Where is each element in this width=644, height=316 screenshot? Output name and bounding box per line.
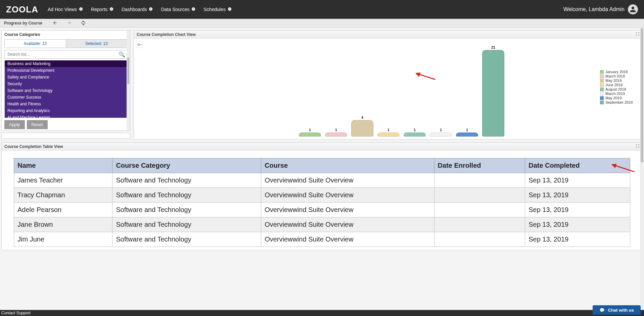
filter-spacer-panel bbox=[1, 133, 130, 139]
table-cell: Tracy Chapman bbox=[14, 188, 112, 203]
chart-bar[interactable]: 4 bbox=[351, 115, 373, 137]
expand-icon[interactable] bbox=[636, 32, 640, 37]
table-cell bbox=[434, 188, 525, 203]
menu-data-sources[interactable]: Data Sources bbox=[161, 7, 195, 12]
legend-item: May 2018 bbox=[600, 78, 640, 83]
column-header[interactable]: Name bbox=[14, 158, 112, 173]
filter-item[interactable]: Health and Fitness bbox=[5, 101, 127, 107]
table-cell: Sep 13, 2019 bbox=[525, 173, 630, 188]
table-cell: James Teacher bbox=[14, 173, 112, 188]
search-icon[interactable]: 🔍 bbox=[119, 51, 125, 58]
chat-widget-button[interactable]: 💬 Chat with us bbox=[593, 305, 641, 315]
table-row[interactable]: Jane BrownSoftware and TechnologyOvervie… bbox=[14, 217, 630, 232]
table-cell: Sep 13, 2019 bbox=[525, 188, 630, 203]
bar-value-label: 1 bbox=[387, 128, 389, 132]
chevron-down-icon bbox=[149, 7, 153, 12]
table-cell: Overviewwind Suite Overview bbox=[261, 188, 434, 203]
filter-tabs: Available: 13 Selected: 13 bbox=[4, 39, 127, 48]
column-header[interactable]: Course Category bbox=[112, 158, 261, 173]
table-cell bbox=[434, 203, 525, 217]
table-cell: Software and Technology bbox=[112, 232, 261, 247]
chat-widget-label: Chat with us bbox=[608, 308, 634, 313]
chart-bar[interactable]: 1 bbox=[325, 128, 347, 137]
table-cell bbox=[434, 173, 525, 188]
legend-item: June 2018 bbox=[600, 83, 640, 87]
bar-value-label: 4 bbox=[361, 115, 363, 119]
chevron-down-icon bbox=[109, 7, 113, 12]
page-scrollbar[interactable] bbox=[640, 28, 644, 310]
reset-undo-all-icon[interactable] bbox=[81, 20, 86, 27]
table-cell: Sep 13, 2019 bbox=[525, 203, 630, 217]
apply-button[interactable]: Apply bbox=[4, 120, 25, 129]
chart-panel-title: Course Completion Chart View bbox=[137, 32, 196, 37]
chevron-down-icon bbox=[191, 7, 195, 12]
table-cell: Overviewwind Suite Overview bbox=[261, 217, 434, 232]
chat-icon: 💬 bbox=[599, 308, 605, 313]
filter-search-input[interactable] bbox=[4, 50, 127, 59]
filter-item[interactable]: Software and Technology bbox=[5, 87, 127, 94]
chart-legend: January 2018March 2018May 2018June 2018A… bbox=[600, 69, 640, 105]
tab-available[interactable]: Available: 13 bbox=[5, 40, 66, 48]
chart-bar[interactable]: 1 bbox=[430, 128, 452, 137]
bar-value-label: 1 bbox=[309, 128, 311, 132]
chart-panel: Course Completion Chart View ⚙▾ 11411112… bbox=[134, 30, 643, 140]
report-toolbar: Progress by Course bbox=[0, 19, 644, 28]
chart-bar[interactable]: 1 bbox=[377, 128, 400, 137]
legend-item: March 2018 bbox=[600, 74, 640, 78]
bar-value-label: 1 bbox=[466, 128, 468, 132]
menu-dashboards[interactable]: Dashboards bbox=[122, 7, 153, 12]
legend-swatch-icon bbox=[600, 88, 604, 91]
menu-reports[interactable]: Reports bbox=[91, 7, 113, 12]
table-cell: Software and Technology bbox=[112, 173, 261, 188]
filter-item[interactable]: Safety and Compliance bbox=[5, 74, 127, 81]
chevron-down-icon bbox=[228, 7, 232, 12]
completion-table: NameCourse CategoryCourseDate EnrolledDa… bbox=[14, 158, 630, 247]
user-avatar-icon[interactable] bbox=[628, 4, 638, 14]
column-header[interactable]: Date Enrolled bbox=[434, 158, 525, 173]
filter-panel-title: Course Categories bbox=[2, 31, 130, 39]
undo-back-icon[interactable] bbox=[52, 20, 58, 27]
filter-item[interactable]: Security bbox=[5, 81, 127, 87]
table-cell: Jim June bbox=[14, 232, 112, 247]
bar-value-label: 1 bbox=[440, 128, 442, 132]
table-cell bbox=[434, 217, 525, 232]
legend-swatch-icon bbox=[600, 70, 604, 74]
legend-item: March 2019 bbox=[600, 92, 640, 96]
tab-selected[interactable]: Selected: 13 bbox=[66, 40, 127, 48]
filter-item[interactable]: Business and Marketing bbox=[5, 60, 127, 67]
table-row[interactable]: James TeacherSoftware and TechnologyOver… bbox=[14, 173, 630, 188]
filter-item[interactable]: Reporting and Analytics bbox=[5, 107, 127, 114]
filter-scrollbar[interactable] bbox=[127, 31, 130, 130]
legend-swatch-icon bbox=[600, 92, 604, 96]
bar-value-label: 21 bbox=[491, 45, 495, 49]
chart-bar[interactable]: 21 bbox=[482, 45, 504, 137]
filter-item[interactable]: Customer Success bbox=[5, 94, 127, 101]
legend-swatch-icon bbox=[600, 79, 604, 83]
table-cell: Software and Technology bbox=[112, 188, 261, 203]
legend-item: September 2019 bbox=[600, 100, 640, 104]
reset-button[interactable]: Reset bbox=[27, 120, 48, 129]
menu-ad-hoc-views[interactable]: Ad Hoc Views bbox=[48, 7, 83, 12]
filter-item[interactable]: Professional Development bbox=[5, 67, 127, 74]
table-cell: Software and Technology bbox=[112, 203, 261, 217]
expand-icon[interactable] bbox=[636, 144, 640, 149]
column-header[interactable]: Course bbox=[261, 158, 434, 173]
filter-item[interactable]: AI and Machine Learing bbox=[5, 114, 127, 118]
chart-bar[interactable]: 1 bbox=[404, 128, 426, 137]
contact-support-link[interactable]: Contact Support bbox=[1, 311, 31, 315]
footer-bar: Contact Support bbox=[0, 310, 644, 316]
redo-forward-icon[interactable] bbox=[66, 20, 72, 27]
legend-swatch-icon bbox=[600, 74, 604, 78]
filter-list: Business and MarketingProfessional Devel… bbox=[4, 60, 127, 118]
table-panel-title: Course Completion Table View bbox=[4, 144, 63, 149]
legend-item: August 2018 bbox=[600, 87, 640, 91]
table-row[interactable]: Adele PearsonSoftware and TechnologyOver… bbox=[14, 203, 630, 217]
table-cell: Overviewwind Suite Overview bbox=[261, 173, 434, 188]
legend-item: January 2018 bbox=[600, 70, 640, 74]
chart-bar[interactable]: 1 bbox=[456, 128, 478, 137]
top-navbar: ZOOLA Ad Hoc ViewsReportsDashboardsData … bbox=[0, 0, 644, 19]
menu-schedules[interactable]: Schedules bbox=[203, 7, 231, 12]
table-row[interactable]: Jim JuneSoftware and TechnologyOvervieww… bbox=[14, 232, 630, 247]
chart-bar[interactable]: 1 bbox=[299, 128, 321, 137]
table-row[interactable]: Tracy ChapmanSoftware and TechnologyOver… bbox=[14, 188, 630, 203]
